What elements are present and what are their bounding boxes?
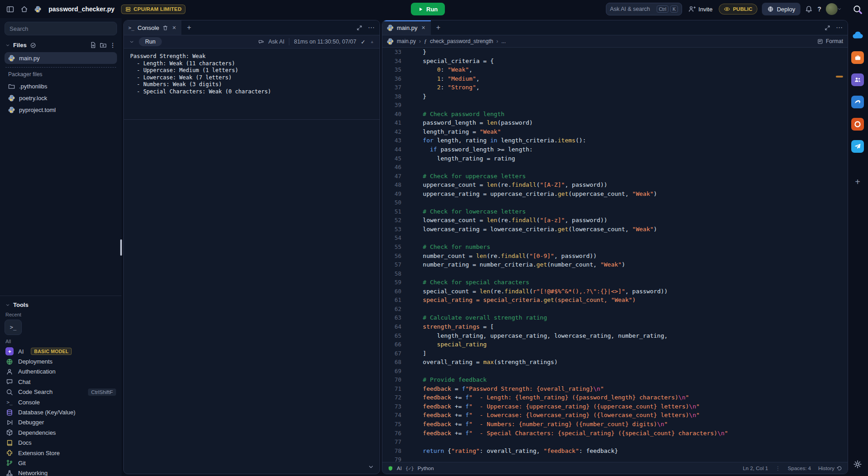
settings-gear-icon[interactable]	[853, 460, 862, 469]
code-line[interactable]: 33 }	[382, 48, 848, 57]
code-line[interactable]: 60 special_count = len(re.findall(r"[!@#…	[382, 287, 848, 296]
breadcrumb-file[interactable]: main.py	[397, 38, 416, 44]
notifications-bell-icon[interactable]	[805, 5, 813, 13]
statusbar-language[interactable]: Python	[418, 466, 434, 471]
code-line[interactable]: 36 1: "Medium",	[382, 74, 848, 83]
editor-menu-kebab-icon[interactable]: ⋯	[836, 24, 843, 32]
code-line[interactable]: 75 feedback += f" - Numbers: {number_rat…	[382, 420, 848, 429]
pane-resize-handle[interactable]	[120, 239, 122, 256]
code-line[interactable]: 47 # Check for uppercase letters	[382, 172, 848, 181]
tool-item-authentication[interactable]: Authentication	[5, 367, 117, 377]
code-line[interactable]: 34 special_criteria = {	[382, 57, 848, 66]
tool-item-chat[interactable]: Chat	[5, 377, 117, 387]
code-line[interactable]: 61 special_rating = special_criteria.get…	[382, 296, 848, 305]
recent-console-button[interactable]: >_	[5, 320, 22, 335]
people-app-icon[interactable]	[851, 73, 864, 86]
account-menu[interactable]	[826, 3, 842, 15]
code-line[interactable]: 48 uppercase_count = len(re.findall("[A-…	[382, 180, 848, 189]
code-line[interactable]: 44 if password_length >= length:	[382, 145, 848, 154]
triangle-up-icon[interactable]: ▲	[370, 39, 374, 44]
files-menu-kebab-icon[interactable]: ⋮	[110, 42, 116, 49]
visibility-badge[interactable]: PUBLIC	[719, 4, 757, 15]
indentation-setting[interactable]: Spaces: 4	[788, 466, 811, 471]
close-icon[interactable]: ×	[421, 24, 426, 31]
run-button[interactable]: Run	[411, 3, 445, 15]
code-line[interactable]: 68 overall_rating = max(strength_ratings…	[382, 358, 848, 367]
store-app-icon[interactable]	[851, 96, 864, 108]
code-line[interactable]: 65 length_rating, uppercase_rating, lowe…	[382, 331, 848, 340]
code-line[interactable]: 45 length_rating = rating	[382, 154, 848, 163]
code-line[interactable]: 78 return {"rating": overall_rating, "fe…	[382, 447, 848, 456]
code-line[interactable]: 35 0: "Weak",	[382, 65, 848, 74]
close-icon[interactable]: ×	[171, 24, 177, 31]
sidebar-search-input[interactable]	[5, 22, 117, 35]
file-item-poetry-lock[interactable]: poetry.lock	[5, 92, 117, 104]
code-line[interactable]: 58	[382, 269, 848, 278]
code-line[interactable]: 53 lowercase_rating = lowercase_criteria…	[382, 225, 848, 234]
send-app-icon[interactable]	[851, 140, 864, 153]
code-line[interactable]: 74 feedback += f" - Lowercase: {lowercas…	[382, 411, 848, 420]
code-line[interactable]: 62	[382, 305, 848, 314]
code-line[interactable]: 70 # Provide feedback	[382, 375, 848, 384]
code-line[interactable]: 51 # Check for lowercase letters	[382, 207, 848, 216]
code-line[interactable]: 46	[382, 163, 848, 172]
trash-icon[interactable]	[162, 25, 168, 31]
console-menu-kebab-icon[interactable]: ⋯	[368, 24, 375, 32]
statusbar-ai-label[interactable]: AI	[397, 466, 402, 471]
expand-icon[interactable]	[356, 25, 362, 31]
code-line[interactable]: 52 lowercase_count = len(re.findall("[a-…	[382, 216, 848, 225]
code-line[interactable]: 71 feedback = f"Password Strength: {over…	[382, 384, 848, 393]
code-line[interactable]: 54	[382, 233, 848, 243]
code-line[interactable]: 43 for length, rating in length_criteria…	[382, 136, 848, 145]
tool-item-console[interactable]: >_Console	[5, 397, 117, 407]
code-line[interactable]: 38 }	[382, 92, 848, 101]
code-line[interactable]: 73 feedback += f" - Uppercase: {uppercas…	[382, 402, 848, 411]
console-run-chip[interactable]: Run	[139, 37, 162, 46]
tool-item-dependencies[interactable]: Dependencies	[5, 427, 117, 437]
expand-icon[interactable]	[824, 25, 830, 31]
code-line[interactable]: 63 # Calculate overall strength rating	[382, 313, 848, 322]
invite-button[interactable]: Invite	[687, 5, 714, 13]
code-line[interactable]: 76 feedback += f" - Special Characters: …	[382, 429, 848, 438]
rail-add-icon[interactable]: +	[855, 177, 860, 186]
rail-search-icon[interactable]	[853, 5, 863, 15]
tab-main-py[interactable]: main.py ×	[382, 20, 431, 35]
code-area[interactable]: 33 }34 special_criteria = {35 0: "Weak",…	[382, 47, 848, 462]
home-icon[interactable]	[20, 5, 28, 13]
code-line[interactable]: 42 length_rating = "Weak"	[382, 127, 848, 136]
tool-item-git[interactable]: Git	[5, 458, 117, 468]
new-editor-tab-button[interactable]: +	[431, 20, 446, 35]
toolbox-app-icon[interactable]	[851, 51, 864, 64]
code-line[interactable]: 67 ]	[382, 349, 848, 358]
tool-item-code-search[interactable]: Code SearchCtrlShiftF	[5, 387, 117, 397]
code-line[interactable]: 69	[382, 367, 848, 376]
code-line[interactable]: 66 special_rating	[382, 340, 848, 349]
breadcrumb-more[interactable]: ...	[501, 38, 506, 44]
panel-toggle-icon[interactable]	[6, 5, 14, 13]
tool-item-networking[interactable]: Networking	[5, 468, 117, 476]
global-search-button[interactable]: Ask AI & search Ctrl K	[606, 3, 682, 15]
chevron-down-icon[interactable]	[129, 39, 134, 44]
code-line[interactable]: 57 number_rating = number_criteria.get(n…	[382, 260, 848, 269]
file-item-pythonlibs[interactable]: .pythonlibs	[5, 80, 117, 92]
tool-item-extension-store[interactable]: Extension Store	[5, 448, 117, 458]
new-folder-icon[interactable]	[100, 42, 107, 49]
tool-item-docs[interactable]: Docs	[5, 438, 117, 448]
code-line[interactable]: 79	[382, 455, 848, 462]
code-line[interactable]: 64 strength_ratings = [	[382, 322, 848, 331]
file-item-pyproject-toml[interactable]: pyproject.toml	[5, 104, 117, 116]
file-item-main-py[interactable]: main.py	[5, 52, 117, 64]
statusbar-kebab-icon[interactable]: ⋮	[775, 465, 781, 471]
ask-ai-button[interactable]: Ask AI	[268, 39, 284, 45]
resource-limit-badge[interactable]: CPU/RAM LIMITED	[121, 5, 186, 14]
deploy-button[interactable]: Deploy	[762, 3, 800, 15]
cursor-position[interactable]: Ln 2, Col 1	[743, 466, 768, 471]
scroll-down-icon[interactable]	[368, 464, 374, 470]
cloud-app-icon[interactable]	[851, 29, 864, 42]
tool-item-debugger[interactable]: Debugger	[5, 418, 117, 427]
breadcrumb-symbol[interactable]: check_password_strength	[430, 38, 493, 44]
mail-app-icon[interactable]	[851, 118, 864, 131]
tool-item-ai[interactable]: AIBASIC MODEL	[5, 346, 117, 356]
code-line[interactable]: 40 # Check password length	[382, 110, 848, 119]
new-console-tab-button[interactable]: +	[181, 20, 196, 35]
